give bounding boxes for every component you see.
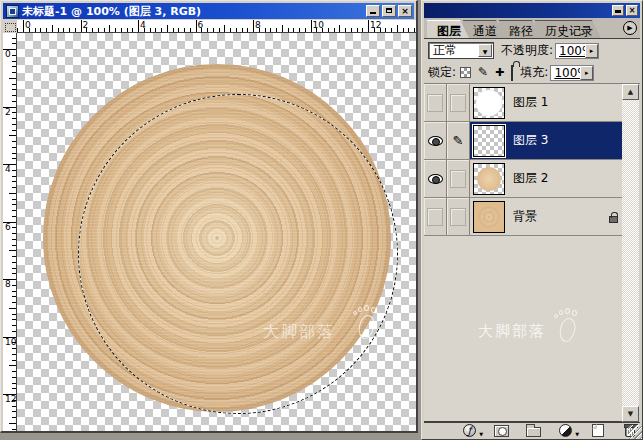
- ruler-number: 10: [5, 338, 16, 347]
- close-button[interactable]: ×: [398, 5, 412, 17]
- ruler-tick: [253, 20, 254, 32]
- new-layer-icon[interactable]: [590, 424, 605, 437]
- resize-grip[interactable]: [628, 425, 642, 439]
- ruler-tick: [12, 383, 16, 384]
- scroll-up-icon[interactable]: ▲: [622, 84, 639, 100]
- adjustment-layer-icon[interactable]: ▼: [558, 424, 573, 437]
- layer-row[interactable]: 图层 2: [424, 160, 625, 198]
- lock-position-icon[interactable]: ✚: [495, 67, 504, 78]
- ruler-tick: [12, 95, 16, 96]
- tab-历史记录[interactable]: 历史记录: [535, 20, 601, 38]
- layer-row[interactable]: 图层 1: [424, 84, 625, 122]
- lock-all-icon[interactable]: [511, 66, 513, 80]
- layer-name[interactable]: 背景: [513, 208, 537, 225]
- opacity-spinner-icon[interactable]: ▸: [585, 44, 598, 58]
- fill-spinner-icon[interactable]: ▸: [580, 66, 593, 80]
- tab-通道[interactable]: 通道: [463, 20, 505, 38]
- ruler-tick: [12, 216, 16, 217]
- ruler-tick: [132, 28, 133, 32]
- new-group-icon[interactable]: [526, 424, 541, 437]
- ruler-tick: [12, 66, 16, 67]
- document-title: 未标题-1 @ 100% (图层 3, RGB): [22, 4, 201, 19]
- ruler-tick: [12, 112, 16, 113]
- document-titlebar[interactable]: 未标题-1 @ 100% (图层 3, RGB) ×: [3, 3, 414, 19]
- ruler-tick: [207, 28, 208, 32]
- lock-image-icon[interactable]: ✎: [478, 67, 488, 78]
- ruler-tick: [150, 28, 151, 32]
- palette-menu-button[interactable]: ▶: [623, 21, 637, 35]
- layer-thumbnail[interactable]: [473, 125, 505, 157]
- ruler-tick: [12, 268, 16, 269]
- fill-field[interactable]: 100% ▸: [550, 65, 594, 81]
- palette-close-button[interactable]: ×: [626, 5, 638, 16]
- layers-scrollbar[interactable]: ▲ ▼: [622, 84, 639, 422]
- ruler-tick: [12, 354, 16, 355]
- ruler-number: 10: [313, 21, 324, 30]
- ruler-tick: [334, 28, 335, 32]
- ruler-tick: [345, 28, 346, 32]
- ruler-tick: [12, 124, 16, 125]
- link-toggle[interactable]: [447, 160, 470, 197]
- link-toggle[interactable]: [447, 84, 470, 121]
- ruler-number: 2: [5, 108, 11, 117]
- active-paint-brush-icon[interactable]: ✎: [447, 122, 470, 159]
- ruler-tick: [391, 28, 392, 32]
- ruler-number: 12: [370, 21, 381, 30]
- ruler-tick: [357, 28, 358, 32]
- ruler-tick: [92, 28, 93, 32]
- palette-titlebar[interactable]: ×: [424, 3, 640, 18]
- ruler-number: 6: [198, 21, 204, 30]
- layer-name[interactable]: 图层 3: [513, 132, 548, 149]
- fill-label: 填充:: [520, 64, 548, 81]
- palette-minimize-button[interactable]: [612, 5, 624, 16]
- ruler-tick: [121, 28, 122, 32]
- ruler-tick: [12, 158, 16, 159]
- ruler-tick: [12, 118, 16, 119]
- layer-name[interactable]: 图层 2: [513, 170, 548, 187]
- maximize-button[interactable]: [382, 5, 396, 17]
- layer-row[interactable]: 背景: [424, 198, 625, 236]
- visibility-eye-icon[interactable]: [424, 160, 447, 197]
- layer-thumbnail[interactable]: [473, 87, 505, 119]
- lock-transparency-icon[interactable]: [460, 67, 471, 78]
- ruler-tick: [63, 28, 64, 32]
- blend-mode-select[interactable]: 正常 ▼: [428, 42, 494, 59]
- ruler-tick: [104, 28, 105, 32]
- ruler-tick: [305, 28, 306, 32]
- horizontal-ruler[interactable]: 024681012: [17, 20, 416, 33]
- ruler-tick: [12, 256, 16, 257]
- minimize-button[interactable]: [366, 5, 380, 17]
- chevron-down-icon[interactable]: ▼: [478, 44, 492, 57]
- scroll-down-icon[interactable]: ▼: [622, 406, 639, 422]
- visibility-eye-icon[interactable]: [424, 122, 447, 159]
- ruler-tick: [12, 417, 16, 418]
- ruler-tick: [368, 20, 369, 32]
- layer-style-icon[interactable]: ƒ▼: [462, 424, 477, 437]
- canvas[interactable]: 大脚部落: [17, 33, 416, 431]
- ruler-tick: [9, 135, 16, 136]
- ruler-origin-box[interactable]: [3, 20, 17, 33]
- layer-row[interactable]: ✎图层 3: [424, 122, 625, 160]
- ruler-number: 2: [83, 21, 89, 30]
- layer-mask-icon[interactable]: [494, 424, 509, 437]
- ruler-tick: [293, 28, 294, 32]
- ruler-tick: [12, 319, 16, 320]
- layer-name[interactable]: 图层 1: [513, 94, 548, 111]
- ruler-tick: [12, 227, 16, 228]
- vertical-ruler[interactable]: 024681012: [3, 33, 17, 431]
- ruler-tick: [12, 314, 16, 315]
- tab-图层[interactable]: 图层: [427, 20, 469, 38]
- ruler-tick: [282, 25, 283, 32]
- visibility-toggle[interactable]: [424, 198, 447, 235]
- link-toggle[interactable]: [447, 198, 470, 235]
- layer-thumbnail[interactable]: [473, 201, 505, 233]
- layer-thumbnail[interactable]: [473, 163, 505, 195]
- palette-watermark: 大脚部落: [478, 322, 546, 341]
- ruler-number: 8: [255, 21, 261, 30]
- ruler-tick: [213, 28, 214, 32]
- visibility-toggle[interactable]: [424, 84, 447, 121]
- ruler-tick: [12, 55, 16, 56]
- ruler-number: 6: [5, 223, 11, 232]
- tab-路径[interactable]: 路径: [499, 20, 541, 38]
- opacity-field[interactable]: 100% ▸: [555, 43, 599, 59]
